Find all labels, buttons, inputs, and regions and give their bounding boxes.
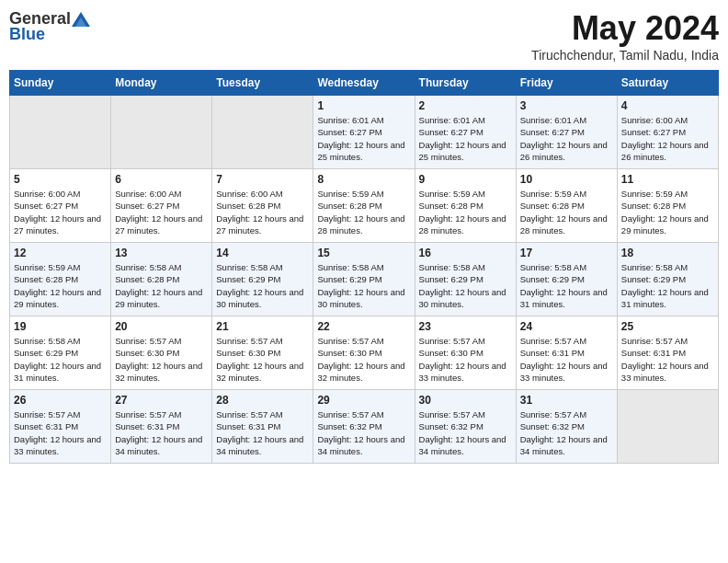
day-number: 29 [317, 394, 410, 407]
day-number: 26 [14, 394, 107, 407]
calendar-cell: 23Sunrise: 5:57 AMSunset: 6:30 PMDayligh… [415, 316, 516, 390]
day-number: 5 [14, 173, 107, 186]
day-info: Sunrise: 6:00 AMSunset: 6:27 PMDaylight:… [115, 188, 208, 236]
day-info: Sunrise: 5:57 AMSunset: 6:31 PMDaylight:… [621, 335, 714, 384]
day-info: Sunrise: 5:57 AMSunset: 6:30 PMDaylight:… [216, 335, 309, 384]
calendar-cell: 4Sunrise: 6:00 AMSunset: 6:27 PMDaylight… [617, 96, 718, 169]
day-info: Sunrise: 5:59 AMSunset: 6:28 PMDaylight:… [621, 188, 714, 236]
calendar-week-row: 1Sunrise: 6:01 AMSunset: 6:27 PMDaylight… [10, 96, 719, 169]
calendar-cell: 24Sunrise: 5:57 AMSunset: 6:31 PMDayligh… [516, 316, 617, 390]
calendar-cell: 15Sunrise: 5:58 AMSunset: 6:29 PMDayligh… [313, 243, 415, 316]
day-number: 15 [317, 247, 410, 259]
day-info: Sunrise: 5:57 AMSunset: 6:31 PMDaylight:… [520, 335, 613, 384]
day-number: 12 [14, 247, 107, 259]
day-info: Sunrise: 5:57 AMSunset: 6:30 PMDaylight:… [317, 335, 410, 384]
calendar-cell: 25Sunrise: 5:57 AMSunset: 6:31 PMDayligh… [617, 316, 718, 390]
calendar-week-row: 19Sunrise: 5:58 AMSunset: 6:29 PMDayligh… [10, 316, 719, 390]
calendar-header-row: SundayMondayTuesdayWednesdayThursdayFrid… [10, 71, 719, 96]
day-number: 2 [419, 99, 512, 112]
calendar-cell: 18Sunrise: 5:58 AMSunset: 6:29 PMDayligh… [617, 243, 718, 316]
day-info: Sunrise: 5:59 AMSunset: 6:28 PMDaylight:… [317, 188, 410, 236]
calendar-cell [10, 96, 111, 169]
month-year-title: May 2024 [531, 9, 719, 48]
day-number: 9 [419, 173, 512, 186]
calendar-header-monday: Monday [111, 71, 212, 96]
calendar-header-saturday: Saturday [617, 71, 718, 96]
day-number: 24 [520, 320, 613, 333]
day-number: 27 [115, 394, 208, 407]
day-info: Sunrise: 5:58 AMSunset: 6:29 PMDaylight:… [419, 261, 512, 310]
calendar-cell: 6Sunrise: 6:00 AMSunset: 6:27 PMDaylight… [111, 169, 212, 243]
calendar-cell: 5Sunrise: 6:00 AMSunset: 6:27 PMDaylight… [10, 169, 111, 243]
day-number: 13 [115, 247, 208, 259]
location-subtitle: Tiruchchendur, Tamil Nadu, India [531, 48, 719, 63]
calendar-cell: 14Sunrise: 5:58 AMSunset: 6:29 PMDayligh… [212, 243, 313, 316]
calendar-cell: 16Sunrise: 5:58 AMSunset: 6:29 PMDayligh… [415, 243, 516, 316]
calendar-cell: 13Sunrise: 5:58 AMSunset: 6:28 PMDayligh… [111, 243, 212, 316]
day-number: 14 [216, 247, 309, 259]
day-number: 30 [419, 394, 512, 407]
day-info: Sunrise: 5:57 AMSunset: 6:30 PMDaylight:… [419, 335, 512, 384]
calendar-cell: 9Sunrise: 5:59 AMSunset: 6:28 PMDaylight… [415, 169, 516, 243]
day-number: 21 [216, 320, 309, 333]
day-info: Sunrise: 6:01 AMSunset: 6:27 PMDaylight:… [317, 114, 410, 163]
calendar-cell: 11Sunrise: 5:59 AMSunset: 6:28 PMDayligh… [617, 169, 718, 243]
day-info: Sunrise: 5:57 AMSunset: 6:30 PMDaylight:… [115, 335, 208, 384]
calendar-cell: 28Sunrise: 5:57 AMSunset: 6:31 PMDayligh… [212, 390, 313, 464]
day-number: 7 [216, 173, 309, 186]
calendar-header-wednesday: Wednesday [313, 71, 415, 96]
day-number: 4 [621, 99, 714, 112]
day-info: Sunrise: 5:57 AMSunset: 6:32 PMDaylight:… [317, 408, 410, 457]
calendar-cell: 20Sunrise: 5:57 AMSunset: 6:30 PMDayligh… [111, 316, 212, 390]
logo: General Blue [9, 9, 91, 44]
calendar-header-thursday: Thursday [415, 71, 516, 96]
calendar-cell: 1Sunrise: 6:01 AMSunset: 6:27 PMDaylight… [313, 96, 415, 169]
day-info: Sunrise: 6:00 AMSunset: 6:28 PMDaylight:… [216, 188, 309, 236]
calendar-cell: 12Sunrise: 5:59 AMSunset: 6:28 PMDayligh… [10, 243, 111, 316]
calendar-cell: 21Sunrise: 5:57 AMSunset: 6:30 PMDayligh… [212, 316, 313, 390]
calendar-cell: 8Sunrise: 5:59 AMSunset: 6:28 PMDaylight… [313, 169, 415, 243]
day-info: Sunrise: 5:59 AMSunset: 6:28 PMDaylight:… [14, 261, 107, 310]
day-info: Sunrise: 6:01 AMSunset: 6:27 PMDaylight:… [520, 114, 613, 163]
calendar-cell [617, 390, 718, 464]
day-info: Sunrise: 6:00 AMSunset: 6:27 PMDaylight:… [621, 114, 714, 163]
day-info: Sunrise: 5:58 AMSunset: 6:29 PMDaylight:… [317, 261, 410, 310]
calendar-cell: 26Sunrise: 5:57 AMSunset: 6:31 PMDayligh… [10, 390, 111, 464]
day-info: Sunrise: 5:58 AMSunset: 6:29 PMDaylight:… [621, 261, 714, 310]
calendar-week-row: 12Sunrise: 5:59 AMSunset: 6:28 PMDayligh… [10, 243, 719, 316]
day-number: 31 [520, 394, 613, 407]
day-info: Sunrise: 5:59 AMSunset: 6:28 PMDaylight:… [520, 188, 613, 236]
day-number: 10 [520, 173, 613, 186]
calendar-cell: 17Sunrise: 5:58 AMSunset: 6:29 PMDayligh… [516, 243, 617, 316]
day-number: 3 [520, 99, 613, 112]
calendar-cell: 29Sunrise: 5:57 AMSunset: 6:32 PMDayligh… [313, 390, 415, 464]
calendar-cell: 30Sunrise: 5:57 AMSunset: 6:32 PMDayligh… [415, 390, 516, 464]
logo-icon [72, 12, 90, 27]
day-number: 28 [216, 394, 309, 407]
day-info: Sunrise: 5:59 AMSunset: 6:28 PMDaylight:… [419, 188, 512, 236]
day-info: Sunrise: 6:00 AMSunset: 6:27 PMDaylight:… [14, 188, 107, 236]
day-info: Sunrise: 5:58 AMSunset: 6:29 PMDaylight:… [14, 335, 107, 384]
day-info: Sunrise: 5:57 AMSunset: 6:32 PMDaylight:… [419, 408, 512, 457]
calendar-cell [212, 96, 313, 169]
day-number: 6 [115, 173, 208, 186]
day-info: Sunrise: 5:58 AMSunset: 6:29 PMDaylight:… [520, 261, 613, 310]
calendar-cell: 2Sunrise: 6:01 AMSunset: 6:27 PMDaylight… [415, 96, 516, 169]
day-number: 8 [317, 173, 410, 186]
day-info: Sunrise: 5:57 AMSunset: 6:31 PMDaylight:… [14, 408, 107, 457]
day-info: Sunrise: 5:58 AMSunset: 6:28 PMDaylight:… [115, 261, 208, 310]
day-info: Sunrise: 5:57 AMSunset: 6:31 PMDaylight:… [216, 408, 309, 457]
day-number: 19 [14, 320, 107, 333]
day-info: Sunrise: 5:58 AMSunset: 6:29 PMDaylight:… [216, 261, 309, 310]
day-info: Sunrise: 5:57 AMSunset: 6:31 PMDaylight:… [115, 408, 208, 457]
calendar-header-sunday: Sunday [10, 71, 111, 96]
calendar-cell: 27Sunrise: 5:57 AMSunset: 6:31 PMDayligh… [111, 390, 212, 464]
title-area: May 2024 Tiruchchendur, Tamil Nadu, Indi… [531, 9, 719, 63]
day-info: Sunrise: 5:57 AMSunset: 6:32 PMDaylight:… [520, 408, 613, 457]
day-number: 18 [621, 247, 714, 259]
day-number: 25 [621, 320, 714, 333]
page-header: General Blue May 2024 Tiruchchendur, Tam… [9, 9, 719, 63]
day-info: Sunrise: 6:01 AMSunset: 6:27 PMDaylight:… [419, 114, 512, 163]
day-number: 22 [317, 320, 410, 333]
day-number: 11 [621, 173, 714, 186]
